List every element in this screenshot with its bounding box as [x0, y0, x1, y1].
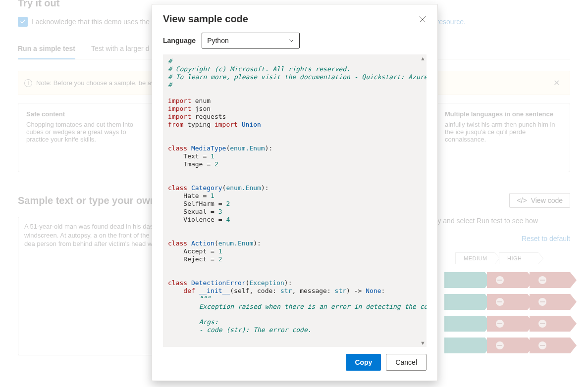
language-select[interactable]: Python [202, 33, 300, 48]
copy-button[interactable]: Copy [346, 354, 381, 371]
scroll-up-icon[interactable]: ▲ [420, 55, 426, 61]
language-label: Language [163, 37, 196, 45]
scroll-down-icon[interactable]: ▼ [420, 340, 426, 346]
close-icon[interactable] [419, 15, 427, 23]
view-code-modal: View sample code Language Python ▲ # # C… [152, 4, 438, 381]
cancel-button[interactable]: Cancel [386, 354, 427, 371]
code-area[interactable]: # # Copyright (c) Microsoft. All rights … [163, 54, 427, 347]
chevron-down-icon [288, 38, 294, 44]
modal-title: View sample code [163, 13, 248, 25]
